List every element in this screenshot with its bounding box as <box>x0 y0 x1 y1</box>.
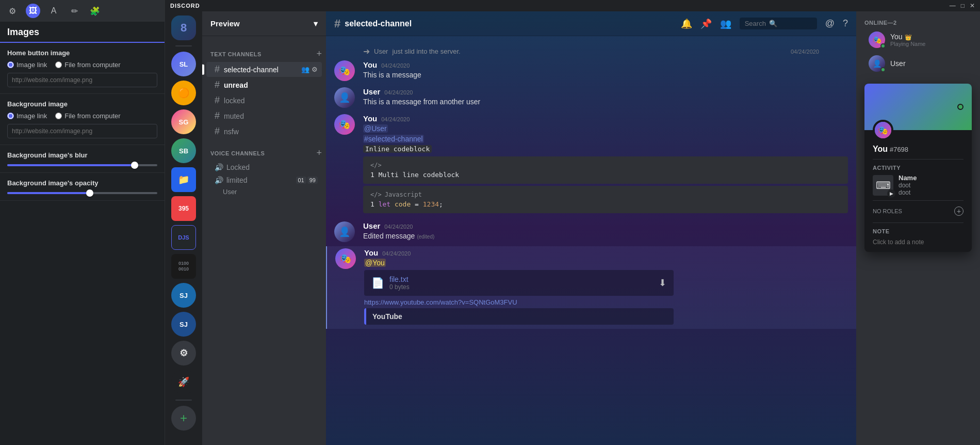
channel-item-selected-channel[interactable]: # selected-channel 👥 ⚙ <box>206 62 322 77</box>
hash-icon-nsfw: # <box>215 126 220 137</box>
activity-badge: ▶ <box>887 189 895 198</box>
gear-tool-icon[interactable]: ⚙ <box>5 4 20 18</box>
background-url-input[interactable] <box>7 124 157 138</box>
message-header-4: User 04/24/2020 <box>363 221 848 230</box>
server-icon-2[interactable]: 🟠 <box>171 81 196 105</box>
blur-slider-section: Background image's blur <box>0 145 165 173</box>
edited-badge: (edited) <box>417 234 434 240</box>
home-button-image-link-option[interactable]: Image link <box>7 61 47 69</box>
member-item-user[interactable]: 👤 User <box>860 52 976 75</box>
mention-self: @You <box>364 259 386 267</box>
link-preview: YouTube <box>364 308 674 325</box>
server-icon-active[interactable]: 8 <box>171 15 196 40</box>
close-button[interactable]: ✕ <box>970 2 975 9</box>
server-icon-4[interactable]: SB <box>171 138 196 163</box>
home-button-file-option[interactable]: File from computer <box>55 61 120 69</box>
home-button-file-radio[interactable] <box>55 61 62 68</box>
channel-item-locked[interactable]: # locked <box>206 93 322 108</box>
background-image-file-radio[interactable] <box>55 113 62 119</box>
brush-tool-icon[interactable]: ✏ <box>67 4 81 18</box>
member-avatar-you: 🎭 <box>869 31 885 48</box>
pin-icon[interactable]: 📌 <box>700 18 712 29</box>
server-icon-7[interactable]: DJS <box>171 225 196 250</box>
image-tool-icon[interactable]: 🖼 <box>26 4 40 18</box>
home-button-image-link-radio[interactable] <box>7 61 14 68</box>
members-panel-icon[interactable]: 👥 <box>720 18 731 29</box>
youtube-link[interactable]: https://www.youtube.com/watch?v=SQNtGoM3… <box>364 298 517 306</box>
server-icon-9[interactable]: SJ <box>171 283 196 308</box>
search-bar[interactable]: Search 🔍 <box>740 18 817 29</box>
server-icon-6[interactable]: 395 <box>171 196 196 221</box>
add-role-button[interactable]: + <box>954 206 963 216</box>
server-icon-10[interactable]: SJ <box>171 312 196 337</box>
message-header-3: You 04/24/2020 <box>363 114 848 123</box>
profile-username: You <box>873 145 888 153</box>
server-icon-8[interactable]: 01000010 <box>171 254 196 279</box>
channel-item-unread[interactable]: # unread <box>206 77 322 92</box>
background-image-link-radio[interactable] <box>7 113 14 119</box>
settings-icon[interactable]: ⚙ <box>312 66 318 73</box>
codeblock-1: </> 1 Multi line codeblock <box>363 156 848 184</box>
text-channels-category[interactable]: TEXT CHANNELS + <box>202 40 326 61</box>
channel-item-muted[interactable]: # muted <box>206 108 322 123</box>
server-icon-11[interactable]: ⚙ <box>171 341 196 365</box>
puzzle-tool-icon[interactable]: 🧩 <box>88 4 102 18</box>
add-text-channel-icon[interactable]: + <box>316 49 322 59</box>
voice-channel-locked[interactable]: 🔊 Locked <box>206 161 322 173</box>
codeblock-lang-icon-1: </> <box>370 162 382 169</box>
server-icon-3[interactable]: SG <box>171 109 196 134</box>
note-section: NOTE <box>873 228 963 246</box>
at-icon[interactable]: @ <box>825 18 835 29</box>
message-timestamp-2: 04/24/2020 <box>384 89 413 96</box>
online-header: ONLINE—2 <box>856 11 980 28</box>
opacity-slider-section: Background image's opacity <box>0 173 165 201</box>
message-group-5: 🎭 You 04/24/2020 @You 📄 file.txt <box>326 246 856 329</box>
message-group-1: 🎭 You 04/24/2020 This is a message <box>326 58 856 83</box>
channel-item-nsfw[interactable]: # nsfw <box>206 124 322 139</box>
text-tool-icon[interactable]: A <box>46 4 61 18</box>
crown-icon: 👑 <box>905 34 912 40</box>
voice-channel-limited[interactable]: 🔊 limited 01 99 <box>206 174 322 186</box>
background-image-link-option[interactable]: Image link <box>7 112 47 120</box>
codeblock-lang-icon-2: </> <box>370 191 382 198</box>
search-icon: 🔍 <box>769 20 777 27</box>
profile-divider-3 <box>873 223 963 223</box>
activity-name: Name <box>899 174 963 182</box>
server-icon-5[interactable]: 📁 <box>171 167 196 192</box>
server-chevron-icon: ▾ <box>314 19 318 28</box>
member-item-you[interactable]: 🎭 You 👑 Playing Name <box>860 28 976 51</box>
voice-badge-99: 99 <box>307 177 318 184</box>
voice-channels-label: VOICE CHANNELS <box>210 150 265 156</box>
voice-user-item[interactable]: User <box>202 187 326 197</box>
server-header[interactable]: Preview ▾ <box>202 11 326 36</box>
chat-area: # selected-channel 🔔 📌 👥 Search 🔍 @ ? <box>326 11 856 445</box>
help-icon[interactable]: ? <box>843 18 848 29</box>
codeblock-2: </> Javascript 1 let code = 1234; <box>363 186 848 213</box>
profile-activity-label: ACTIVITY <box>873 165 963 171</box>
profile-status-dot <box>957 104 963 110</box>
voice-channels-category[interactable]: VOICE CHANNELS + <box>202 139 326 161</box>
server-icon-12[interactable]: 🚀 <box>171 370 196 394</box>
message-text-2: This is a message from another user <box>363 97 848 107</box>
opacity-slider-track[interactable] <box>7 192 157 194</box>
file-download-icon[interactable]: ⬇ <box>659 277 666 289</box>
server-icon-1[interactable]: SL <box>171 52 196 76</box>
maximize-button[interactable]: □ <box>961 2 965 9</box>
note-input[interactable] <box>873 239 963 246</box>
no-roles-label: NO ROLES <box>873 205 902 217</box>
home-button-url-input[interactable] <box>7 73 157 87</box>
plugin-panel: ⚙ 🖼 A ✏ 🧩 Images Home button image Image… <box>0 0 165 445</box>
add-voice-channel-icon[interactable]: + <box>316 148 322 158</box>
discord-app: DISCORD — □ ✕ 8 SL 🟠 SG SB <box>165 0 980 445</box>
opacity-slider-thumb[interactable] <box>86 189 93 197</box>
add-server-button[interactable]: + <box>171 406 196 431</box>
background-image-file-option[interactable]: File from computer <box>55 112 120 120</box>
minimize-button[interactable]: — <box>950 2 956 9</box>
message-avatar-user-1: 👤 <box>334 87 355 108</box>
blur-slider-track[interactable] <box>7 164 157 166</box>
mention-channel-1: #selected-channel <box>363 135 424 143</box>
bell-icon[interactable]: 🔔 <box>681 18 692 29</box>
blur-slider-thumb[interactable] <box>131 162 138 169</box>
members-icon[interactable]: 👥 <box>301 66 309 73</box>
system-message-text: just slid into the server. <box>392 47 460 55</box>
